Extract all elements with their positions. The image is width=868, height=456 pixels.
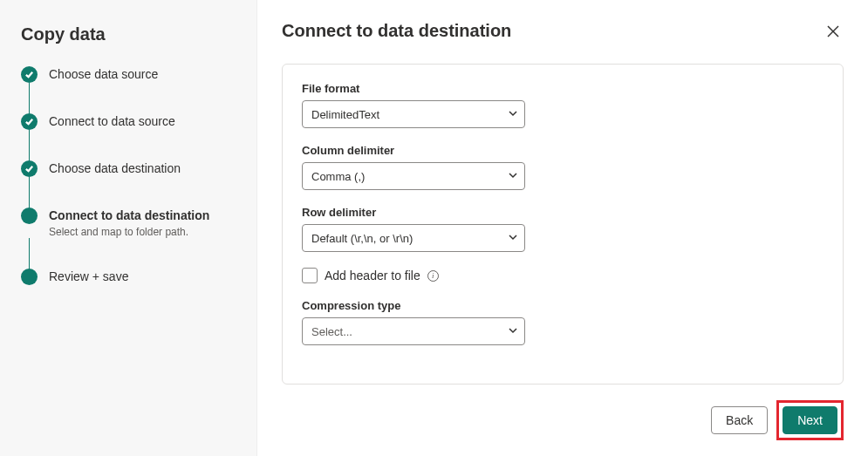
compression-type-placeholder: Select... (311, 325, 352, 338)
checkmark-icon (21, 66, 38, 83)
file-format-label: File format (302, 82, 824, 95)
row-delimiter-label: Row delimiter (302, 206, 824, 219)
next-button[interactable]: Next (783, 406, 837, 434)
file-format-value: DelimitedText (311, 108, 379, 121)
compression-type-label: Compression type (302, 299, 824, 312)
step-connector (21, 85, 236, 112)
step-connector (21, 179, 236, 207)
step-label: Review + save (49, 269, 128, 283)
compression-type-select[interactable]: Select... (302, 317, 525, 345)
back-button[interactable]: Back (711, 406, 768, 434)
row-delimiter-select[interactable]: Default (\r,\n, or \r\n) (302, 224, 525, 252)
field-add-header: Add header to file i (302, 268, 824, 283)
close-icon (826, 24, 840, 38)
form-panel: File format DelimitedText Column delimit… (282, 64, 844, 385)
column-delimiter-label: Column delimiter (302, 144, 824, 157)
step-label: Choose data destination (49, 161, 181, 175)
wizard-title: Copy data (21, 24, 236, 44)
current-step-icon (21, 208, 38, 224)
step-connect-data-source[interactable]: Connect to data source (21, 112, 236, 132)
step-connector (21, 132, 236, 160)
column-delimiter-select[interactable]: Comma (,) (302, 162, 525, 190)
column-delimiter-value: Comma (,) (311, 170, 365, 183)
page-title: Connect to data destination (282, 21, 511, 41)
step-connector (21, 240, 236, 268)
field-row-delimiter: Row delimiter Default (\r,\n, or \r\n) (302, 206, 824, 252)
future-step-icon (21, 269, 38, 285)
step-label: Connect to data destination (49, 208, 209, 222)
step-sublabel: Select and map to folder path. (49, 226, 236, 238)
step-label: Choose data source (49, 67, 158, 81)
field-compression-type: Compression type Select... (302, 299, 824, 345)
add-header-checkbox[interactable] (302, 268, 318, 283)
info-icon[interactable]: i (427, 270, 439, 282)
step-connect-data-destination[interactable]: Connect to data destination Select and m… (21, 207, 236, 240)
main-content: Connect to data destination File format … (257, 0, 868, 456)
wizard-steps: Choose data source Connect to data sourc… (21, 65, 236, 287)
highlight-annotation: Next (776, 400, 844, 440)
wizard-sidebar: Copy data Choose data source Connect to … (0, 0, 257, 456)
field-file-format: File format DelimitedText (302, 82, 824, 128)
checkmark-icon (21, 160, 38, 177)
step-review-save[interactable]: Review + save (21, 268, 236, 287)
field-column-delimiter: Column delimiter Comma (,) (302, 144, 824, 190)
step-choose-data-source[interactable]: Choose data source (21, 65, 236, 85)
checkmark-icon (21, 113, 38, 130)
file-format-select[interactable]: DelimitedText (302, 100, 525, 128)
step-label: Connect to data source (49, 114, 175, 128)
main-header: Connect to data destination (282, 21, 844, 44)
row-delimiter-value: Default (\r,\n, or \r\n) (311, 232, 413, 245)
step-choose-data-destination[interactable]: Choose data destination (21, 160, 236, 179)
add-header-label: Add header to file (325, 269, 420, 282)
close-button[interactable] (823, 21, 844, 44)
wizard-footer: Back Next (282, 385, 844, 440)
